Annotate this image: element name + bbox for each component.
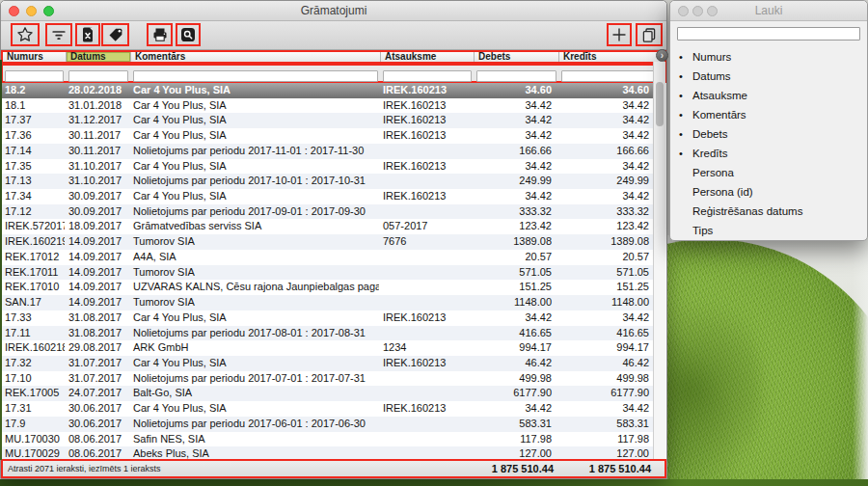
bullet-icon: •	[679, 144, 683, 163]
filter-input-numurs[interactable]	[5, 70, 64, 82]
cell-datums: 30.11.2017	[65, 128, 129, 144]
column-header-numurs[interactable]: Numurs	[3, 52, 67, 62]
table-row[interactable]: 17.1131.08.2017Nolietojums par periodu 2…	[1, 326, 655, 341]
tag-button[interactable]	[101, 23, 129, 46]
cell-debets: 1389.08	[473, 234, 557, 250]
table-row[interactable]: 17.1031.07.2017Nolietojums par periodu 2…	[1, 371, 655, 387]
cell-datums: 30.11.2017	[65, 144, 129, 159]
cell-komentars: Nolietojums par periodu 2017-10-01 : 201…	[129, 174, 379, 189]
table-row[interactable]: 17.3331.08.2017Car 4 You Plus, SIAIREK.1…	[1, 310, 655, 326]
field-item-label: Kredīts	[692, 148, 727, 159]
field-item-tips[interactable]: Tips	[670, 221, 867, 240]
desktop-wallpaper-grass	[662, 235, 868, 486]
column-overflow-icon[interactable]: ›	[656, 49, 668, 62]
tag-icon	[107, 26, 124, 43]
field-item-debets[interactable]: •Debets	[670, 124, 867, 144]
cell-debets: 34.42	[473, 310, 557, 326]
filter-input-debets[interactable]	[476, 70, 556, 82]
cell-numurs: REK.17011	[1, 265, 65, 281]
favorite-button[interactable]	[11, 23, 40, 46]
cell-debets: 333.32	[473, 204, 557, 220]
table-row[interactable]: 17.3731.12.2017Car 4 You Plus, SIAIREK.1…	[1, 113, 655, 128]
cell-datums: 14.09.2017	[65, 280, 129, 295]
table-row[interactable]: REK.1701014.09.2017UZVARAS KALNS, Cēsu r…	[1, 280, 655, 295]
add-icon	[610, 26, 628, 43]
column-header-debets[interactable]: Debets	[475, 52, 559, 62]
bullet-icon: •	[679, 124, 683, 144]
cell-komentars: Safin NES, SIA	[129, 432, 379, 447]
filter-input-kredits[interactable]	[561, 70, 654, 82]
cell-debets: 249.99	[473, 174, 557, 189]
table-row[interactable]: 18.131.01.2018Car 4 You Plus, SIAIREK.16…	[1, 98, 655, 114]
column-header-komentars[interactable]: Komentārs	[131, 52, 381, 62]
cell-komentars: Tumorov SIA	[129, 234, 379, 250]
cell-komentars: Grāmatvedības serviss SIA	[129, 219, 379, 234]
table-row[interactable]: IREK.57201718.09.2017Grāmatvedības servi…	[1, 219, 655, 234]
table-row[interactable]: 17.1430.11.2017Nolietojums par periodu 2…	[1, 144, 655, 159]
filter-input-atsauksme[interactable]	[383, 70, 472, 82]
cell-komentars: Balt-Go, SIA	[129, 386, 379, 401]
cell-atsauksme: IREK.160213	[379, 401, 473, 417]
cell-numurs: IREK.572017	[1, 219, 65, 234]
filter-input-komentars[interactable]	[133, 70, 378, 82]
field-item-koment-rs[interactable]: •Komentārs	[670, 105, 867, 124]
fields-search-input[interactable]	[677, 27, 860, 40]
field-item-kred-ts[interactable]: •Kredīts	[670, 144, 867, 163]
cell-debets: 20.57	[473, 250, 557, 265]
cell-komentars: Nolietojums par periodu 2017-09-01 : 201…	[129, 204, 379, 220]
field-item-label: Debets	[692, 128, 727, 140]
cell-debets: 416.65	[473, 326, 557, 341]
filter-button[interactable]	[45, 23, 72, 46]
print-button[interactable]	[147, 23, 173, 46]
field-item-numurs[interactable]: •Numurs	[670, 47, 867, 67]
cell-atsauksme	[379, 250, 473, 265]
cell-atsauksme: IREK.160213	[379, 128, 473, 144]
fields-panel-titlebar[interactable]: Lauki	[670, 1, 867, 21]
table-row[interactable]: SAN.1714.09.2017Tumorov SIA1148.001148.0…	[1, 295, 655, 310]
field-item-persona-id-[interactable]: Persona (id)	[670, 182, 867, 202]
window-titlebar[interactable]: Grāmatojumi	[1, 1, 666, 21]
table-row[interactable]: REK.1701214.09.2017A4A, SIA20.5720.57	[1, 250, 655, 265]
cell-datums: 31.10.2017	[65, 159, 129, 175]
cell-atsauksme: 1234	[379, 340, 473, 356]
table-row[interactable]: 17.3231.07.2017Car 4 You Plus, SIAIREK.1…	[1, 356, 655, 371]
vertical-scrollbar[interactable]	[653, 62, 665, 460]
table-row[interactable]: 17.3630.11.2017Car 4 You Plus, SIAIREK.1…	[1, 128, 655, 144]
column-header-kredits[interactable]: Kredīts	[559, 52, 657, 62]
field-item-atsauksme[interactable]: •Atsauksme	[670, 86, 867, 105]
table-row[interactable]: REK.1701114.09.2017Tumorov SIA571.05571.…	[1, 265, 655, 281]
table-row[interactable]: IREK.16021914.09.2017Tumorov SIA76761389…	[1, 234, 655, 250]
scrollbar-thumb[interactable]	[656, 82, 664, 126]
table-row[interactable]: IREK.16021829.08.2017ARK GmbH1234994.179…	[1, 340, 655, 356]
bullet-icon: •	[679, 86, 683, 105]
field-item-re-istr-anas-datums[interactable]: Reģistrēšanas datums	[670, 202, 867, 221]
field-item-datums[interactable]: •Datums	[670, 67, 867, 86]
table-filter-row	[1, 64, 666, 83]
table-row[interactable]: 17.1230.09.2017Nolietojums par periodu 2…	[1, 204, 655, 220]
table-row[interactable]: 17.3130.06.2017Car 4 You Plus, SIAIREK.1…	[1, 401, 655, 417]
cell-atsauksme: 057-2017	[379, 219, 473, 234]
table-row[interactable]: 17.3430.09.2017Car 4 You Plus, SIAIREK.1…	[1, 189, 655, 204]
table-row[interactable]: MU.17003008.06.2017Safin NES, SIA117.981…	[1, 432, 655, 447]
duplicate-record-button[interactable]	[636, 23, 663, 46]
filter-input-datums[interactable]	[68, 70, 128, 82]
cell-atsauksme	[379, 417, 473, 432]
field-item-label: Persona	[692, 167, 734, 178]
column-header-atsauksme[interactable]: Atsauksme	[381, 52, 475, 62]
cell-datums: 31.10.2017	[65, 174, 129, 189]
cell-numurs: 17.12	[1, 204, 65, 220]
cell-kredits: 34.42	[557, 98, 655, 114]
table-row[interactable]: 18.228.02.2018Car 4 You Plus, SIAIREK.16…	[1, 83, 655, 98]
table-row[interactable]: 17.3531.10.2017Car 4 You Plus, SIAIREK.1…	[1, 159, 655, 175]
field-item-persona[interactable]: Persona	[670, 163, 867, 182]
add-record-button[interactable]	[607, 23, 632, 46]
table-row[interactable]: REK.1700524.07.2017Balt-Go, SIA6177.9061…	[1, 386, 655, 401]
quick-search-button[interactable]	[176, 23, 201, 46]
export-excel-button[interactable]	[75, 23, 100, 46]
cell-atsauksme: 7676	[379, 234, 473, 250]
field-item-label: Persona (id)	[692, 186, 753, 198]
column-header-datums[interactable]: Datums	[67, 52, 131, 62]
table-row[interactable]: 17.1331.10.2017Nolietojums par periodu 2…	[1, 174, 655, 189]
table-row[interactable]: 17.930.06.2017Nolietojums par periodu 20…	[1, 417, 655, 432]
cell-komentars: Nolietojums par periodu 2017-07-01 : 201…	[129, 371, 379, 387]
